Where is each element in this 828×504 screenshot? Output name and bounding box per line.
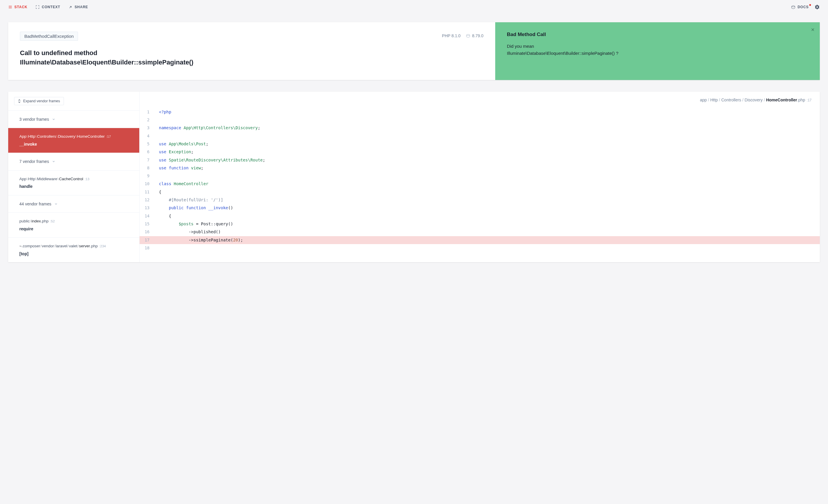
- code-file-path: app/Http/Controllers/Discovery/HomeContr…: [139, 92, 820, 108]
- frames-list: Expand vendor frames 3 vendor frames App…: [8, 92, 139, 262]
- code-block: 1<?php23namespace App\Http\Controllers\D…: [139, 108, 820, 252]
- notification-dot-icon: [809, 4, 811, 6]
- error-title: Call to undefined method Illuminate\Data…: [20, 48, 484, 67]
- tab-share[interactable]: SHARE: [68, 5, 88, 9]
- laravel-icon: [791, 5, 795, 9]
- code-line: 18: [139, 244, 820, 252]
- code-line: 2: [139, 116, 820, 124]
- stack-frame-row[interactable]: ~.composer/vendor/laravel/valet/server.p…: [8, 237, 139, 262]
- docs-label: DOCS: [797, 5, 809, 9]
- solution-text: Did you mean Illuminate\Database\Eloquen…: [507, 43, 808, 57]
- topbar: STACK CONTEXT SHARE DOCS: [0, 0, 828, 14]
- docs-link[interactable]: DOCS: [791, 5, 809, 9]
- stack-frame-row[interactable]: App\Http\Controllers\Discovery\HomeContr…: [8, 128, 139, 153]
- stack-frame-row[interactable]: public/index.php :52require: [8, 213, 139, 237]
- vendor-frames-row[interactable]: 7 vendor frames: [8, 153, 139, 170]
- chevron-down-icon: [54, 202, 58, 206]
- gear-icon[interactable]: [815, 4, 820, 10]
- tab-context-label: CONTEXT: [42, 5, 60, 9]
- code-line: 17 ->ssimplePaginate(20);: [139, 236, 820, 244]
- exception-badge: BadMethodCallException: [20, 32, 78, 41]
- tab-stack[interactable]: STACK: [8, 5, 27, 9]
- laravel-version: 8.79.0: [466, 33, 484, 38]
- code-line: 15 $posts = Post::query(): [139, 220, 820, 228]
- share-icon: [68, 5, 73, 9]
- code-line: 12 #[Route(fullUri: '/')]: [139, 196, 820, 204]
- version-meta: PHP 8.1.0 8.79.0: [442, 33, 484, 38]
- code-line: 9: [139, 172, 820, 180]
- tab-stack-label: STACK: [14, 5, 27, 9]
- code-line: 10class HomeController: [139, 180, 820, 188]
- code-line: 8use function view;: [139, 164, 820, 172]
- code-line: 16 ->published(): [139, 228, 820, 236]
- chevron-down-icon: [52, 160, 55, 163]
- tab-context[interactable]: CONTEXT: [36, 5, 60, 9]
- code-line: 13 public function __invoke(): [139, 204, 820, 212]
- code-line: 14 {: [139, 212, 820, 220]
- stack-trace-block: Expand vendor frames 3 vendor frames App…: [8, 92, 820, 262]
- tab-share-label: SHARE: [75, 5, 88, 9]
- expand-icon: [36, 5, 40, 9]
- stack-icon: [8, 5, 12, 9]
- code-line: 5use App\Models\Post;: [139, 140, 820, 148]
- code-line: 7use Spatie\RouteDiscovery\Attributes\Ro…: [139, 156, 820, 164]
- stack-frame-row[interactable]: App\Http\Middleware\CacheControl :13hand…: [8, 170, 139, 195]
- code-line: 6use Exception;: [139, 148, 820, 156]
- solution-panel: × Bad Method Call Did you mean Illuminat…: [495, 22, 820, 80]
- vendor-frames-row[interactable]: 44 vendor frames: [8, 195, 139, 213]
- php-version: PHP 8.1.0: [442, 33, 461, 38]
- chevron-down-icon: [52, 118, 55, 121]
- expand-vendor-button[interactable]: Expand vendor frames: [14, 97, 64, 105]
- code-line: 3namespace App\Http\Controllers\Discover…: [139, 124, 820, 132]
- error-hero: BadMethodCallException PHP 8.1.0 8.79.0 …: [8, 22, 820, 80]
- close-icon[interactable]: ×: [811, 27, 815, 33]
- code-line: 1<?php: [139, 108, 820, 116]
- code-line: 4: [139, 132, 820, 140]
- code-line: 11{: [139, 188, 820, 196]
- code-panel: app/Http/Controllers/Discovery/HomeContr…: [139, 92, 820, 262]
- vendor-frames-row[interactable]: 3 vendor frames: [8, 110, 139, 128]
- solution-title: Bad Method Call: [507, 32, 808, 38]
